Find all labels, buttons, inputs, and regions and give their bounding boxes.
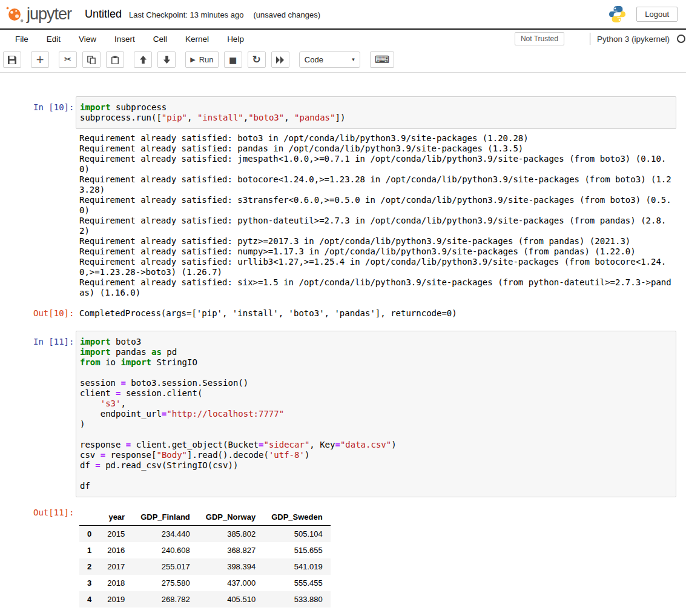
python-logo-icon [608, 5, 627, 24]
code-line [80, 429, 672, 440]
code-line: import subprocess [80, 102, 672, 113]
cell-2-result-row: Out[11]: yearGDP_FinlandGDP_NorwayGDP_Sw… [33, 508, 676, 608]
df-cell: 2017 [99, 558, 133, 575]
restart-kernel-button[interactable]: ↻ [248, 51, 266, 68]
run-button[interactable]: ▶ Run [185, 51, 218, 68]
df-column-header: GDP_Norway [198, 509, 263, 526]
jupyter-logo[interactable]: jupyter [4, 4, 71, 25]
restart-run-all-button[interactable] [271, 51, 289, 68]
paste-icon [111, 56, 119, 64]
add-cell-button[interactable]: + [31, 51, 49, 68]
move-cell-down-button[interactable] [157, 51, 176, 68]
move-cell-up-button[interactable] [134, 51, 152, 68]
logout-button[interactable]: Logout [636, 7, 678, 22]
df-cell: 437.000 [198, 575, 263, 591]
df-column-header: year [99, 509, 133, 526]
code-line: session = boto3.session.Session() [80, 378, 672, 388]
code-cell-1: In [10]: import subprocesssubprocess.run… [33, 96, 676, 319]
df-cell: 240.608 [133, 542, 198, 558]
code-editor[interactable]: import boto3import pandas as pdfrom io i… [76, 331, 676, 497]
restart-icon: ↻ [252, 55, 261, 65]
code-line: 's3', [80, 399, 672, 409]
save-button[interactable] [3, 51, 21, 68]
notebook-title[interactable]: Untitled [85, 8, 122, 21]
df-cell: 368.827 [198, 542, 263, 558]
checkpoint-status: Last Checkpoint: 13 minutes ago [129, 10, 243, 19]
dataframe-table: yearGDP_FinlandGDP_NorwayGDP_Sweden02015… [79, 509, 331, 608]
df-cell: 405.510 [198, 591, 263, 608]
df-index-cell: 3 [79, 575, 99, 591]
cell-type-dropdown[interactable]: Code ▾ [299, 51, 360, 68]
menubar-right: Not Trusted Python 3 (ipykernel) [515, 32, 684, 45]
code-line: response = client.get_object(Bucket="sid… [80, 440, 672, 450]
df-cell: 515.655 [263, 542, 331, 558]
run-label: Run [199, 55, 214, 64]
df-index-cell: 2 [79, 558, 99, 575]
stream-output-area: Requirement already satisfied: boto3 in … [76, 133, 676, 298]
not-trusted-button[interactable]: Not Trusted [515, 32, 564, 45]
df-column-header: GDP_Finland [133, 509, 198, 526]
menu-help[interactable]: Help [218, 31, 253, 47]
jupyter-wordmark: jupyter [27, 5, 71, 24]
output-prompt: Out[10]: [33, 308, 76, 319]
save-icon [8, 56, 16, 64]
df-cell: 505.104 [263, 526, 331, 543]
code-line [80, 471, 672, 481]
menu-view[interactable]: View [70, 31, 105, 47]
code-cell-2: In [11]: import boto3import pandas as pd… [33, 331, 676, 608]
df-cell: 2016 [99, 542, 133, 558]
copy-cell-button[interactable] [82, 51, 101, 68]
df-cell: 541.019 [263, 558, 331, 575]
restart-run-all-icon [276, 56, 285, 64]
df-index-header [79, 509, 99, 526]
df-cell: 275.580 [133, 575, 198, 591]
code-line: import pandas as pd [80, 347, 672, 357]
input-prompt: In [10]: [33, 96, 76, 113]
add-cell-icon: + [36, 55, 44, 65]
command-palette-button[interactable]: ⌨ [370, 51, 395, 68]
result-output: CompletedProcess(args=['pip', 'install',… [79, 308, 673, 319]
menu-insert[interactable]: Insert [105, 31, 144, 47]
code-source: import subprocesssubprocess.run(["pip", … [80, 102, 672, 123]
code-line: import boto3 [80, 337, 672, 347]
jupyter-notebook-app: jupyter Untitled Last Checkpoint: 13 min… [0, 0, 686, 616]
result-output-area: CompletedProcess(args=['pip', 'install',… [76, 308, 676, 319]
dataframe-output-area: yearGDP_FinlandGDP_NorwayGDP_Sweden02015… [76, 508, 676, 608]
code-line: subprocess.run(["pip", "install","boto3"… [80, 113, 672, 123]
df-cell: 2019 [99, 591, 133, 608]
df-column-header: GDP_Sweden [263, 509, 331, 526]
df-cell: 2015 [99, 526, 133, 543]
df-row: 22017255.017398.394541.019 [79, 558, 331, 575]
move-down-icon [163, 56, 170, 64]
code-line: csv = response["Body"].read().decode('ut… [80, 450, 672, 460]
df-cell: 398.394 [198, 558, 263, 575]
code-line: from io import StringIO [80, 357, 672, 368]
df-cell: 255.017 [133, 558, 198, 575]
cell-2-input-row: In [11]: import boto3import pandas as pd… [33, 331, 676, 497]
df-index-cell: 4 [79, 591, 99, 608]
code-editor[interactable]: import subprocesssubprocess.run(["pip", … [76, 96, 676, 129]
code-line: df = pd.read_csv(StringIO(csv)) [80, 460, 672, 471]
interrupt-kernel-button[interactable]: ■ [224, 51, 242, 68]
code-line: endpoint_url="http://localhost:7777" [80, 409, 672, 419]
menu-file[interactable]: File [6, 31, 38, 47]
df-index-cell: 0 [79, 526, 99, 543]
paste-cell-button[interactable] [106, 51, 124, 68]
df-index-cell: 1 [79, 542, 99, 558]
df-cell: 555.455 [263, 575, 331, 591]
cut-cell-button[interactable]: ✂ [59, 51, 77, 68]
menu-kernel[interactable]: Kernel [176, 31, 218, 47]
menu-edit[interactable]: Edit [38, 31, 70, 47]
header: jupyter Untitled Last Checkpoint: 13 min… [0, 0, 686, 30]
stream-output: Requirement already satisfied: boto3 in … [79, 133, 673, 298]
vertical-divider [590, 33, 590, 45]
cell-1-stream-row: Requirement already satisfied: boto3 in … [33, 133, 676, 298]
copy-icon [87, 56, 96, 64]
menu-cell[interactable]: Cell [144, 31, 176, 47]
code-source: import boto3import pandas as pdfrom io i… [80, 337, 672, 491]
df-cell: 385.802 [198, 526, 263, 543]
keyboard-icon: ⌨ [375, 55, 390, 65]
df-cell: 234.440 [133, 526, 198, 543]
cell-type-value: Code [305, 55, 323, 64]
notebook-area: In [10]: import subprocesssubprocess.run… [0, 73, 686, 616]
